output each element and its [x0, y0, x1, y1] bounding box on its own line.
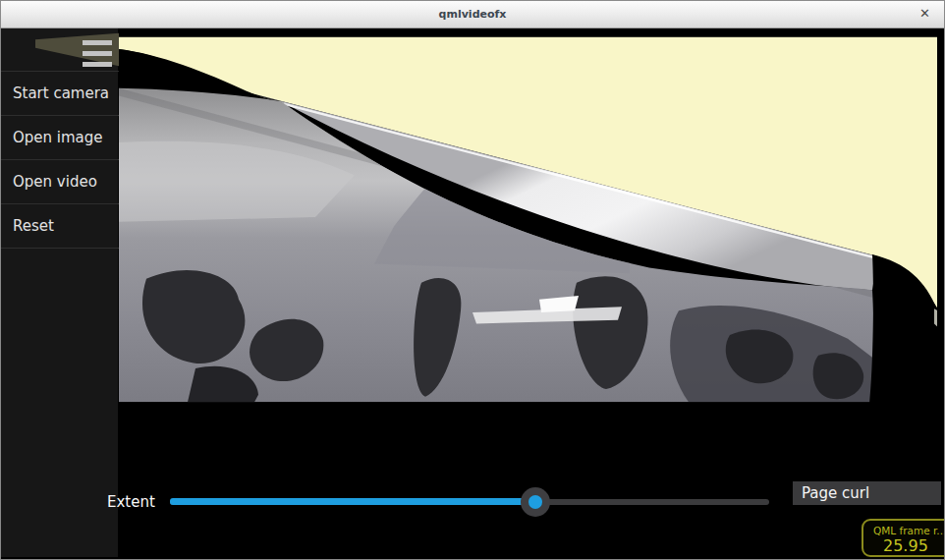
close-icon[interactable]: ✕: [916, 1, 934, 28]
fps-value: 25.95: [883, 536, 945, 555]
window-titlebar: qmlvideofx ✕: [1, 1, 944, 28]
sidebar-item-open-image[interactable]: Open image: [1, 116, 119, 160]
sidebar-item-reset[interactable]: Reset: [1, 204, 119, 249]
extent-slider-label: Extent: [107, 493, 155, 511]
slider-fill: [170, 498, 535, 505]
sidebar-menu: Start camera Open image Open video Reset: [1, 71, 119, 249]
slider-handle-dot: [528, 495, 542, 509]
app-window: qmlvideofx ✕: [0, 0, 945, 560]
extent-slider[interactable]: [170, 487, 769, 517]
video-effect-surface: [1, 28, 945, 560]
sidebar: Start camera Open image Open video Reset: [1, 28, 119, 557]
sidebar-item-start-camera[interactable]: Start camera: [1, 72, 119, 116]
window-title: qmlvideofx: [1, 1, 944, 28]
fps-panel: QML frame r... 25.95: [862, 519, 945, 557]
menu-icon[interactable]: [83, 40, 112, 73]
slider-handle[interactable]: [521, 487, 550, 517]
page-curl-button[interactable]: Page curl: [793, 481, 941, 505]
app-area: Start camera Open image Open video Reset…: [1, 28, 945, 559]
fps-label: QML frame r...: [873, 525, 945, 536]
sidebar-item-open-video[interactable]: Open video: [1, 160, 119, 204]
